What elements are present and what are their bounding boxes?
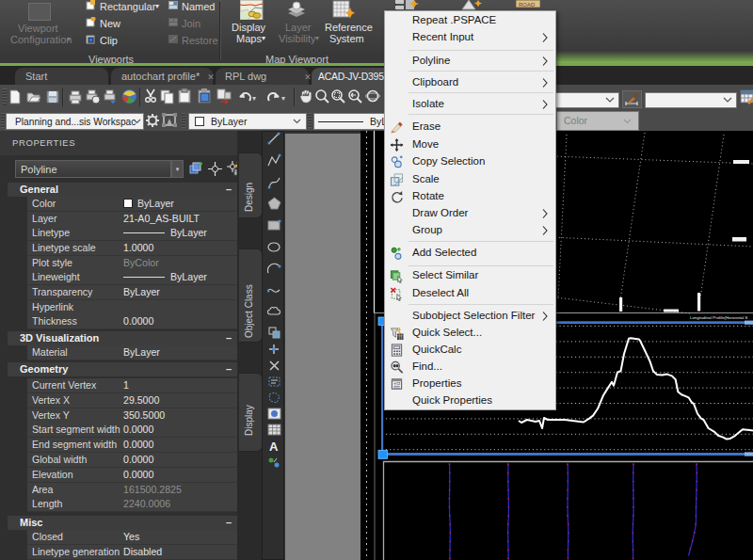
svg-text:ROAD: ROAD (519, 2, 536, 8)
svg-text:Longitudinal Profile(Horizonta: Longitudinal Profile(Horizontal S (690, 315, 748, 320)
svg-text:A: A (269, 440, 279, 453)
